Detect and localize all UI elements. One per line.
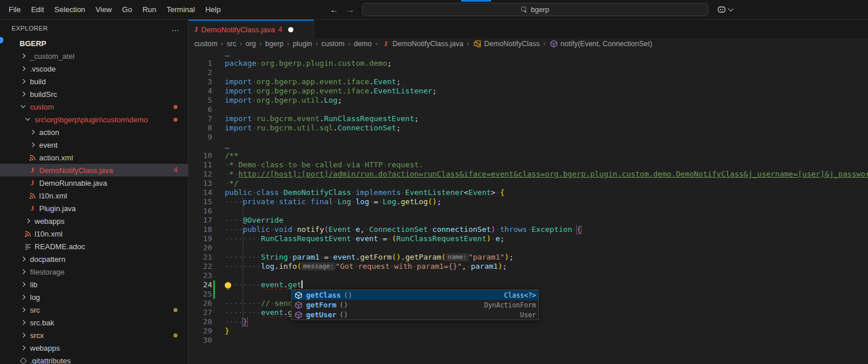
tree-item-docpattern[interactable]: docpattern (0, 253, 188, 265)
code-line[interactable]: 2 (188, 68, 868, 77)
tree-item-srcx[interactable]: srcx (0, 329, 188, 342)
more-actions-icon[interactable]: … (171, 24, 180, 33)
code-line[interactable]: … (188, 50, 868, 59)
back-arrow-icon[interactable]: ← (330, 0, 338, 20)
tree-item-label: .gitattributes (30, 357, 71, 364)
tree-item-log[interactable]: log (0, 291, 188, 303)
code-token: private (243, 197, 274, 206)
breadcrumb-demonotifyclass[interactable]: DemoNotifyClass (473, 39, 540, 48)
tree-item-demonotifyclass-java[interactable]: JDemoNotifyClass.java4 (0, 164, 188, 177)
code-line[interactable]: 15····private·static·final·Log·log·=·Log… (188, 197, 868, 207)
breadcrumb-bgerp[interactable]: bgerp (265, 40, 284, 48)
suggestion-getform[interactable]: getForm()DynActionForm (292, 300, 538, 310)
code-line[interactable]: 20 (188, 243, 868, 253)
code-line[interactable]: 9 (188, 133, 868, 142)
tab-demonotifyclass[interactable]: J DemoNotifyClass.java 4 (188, 20, 314, 38)
breadcrumb-label: demo (354, 40, 372, 48)
progress-strip (461, 0, 491, 2)
tree-item-src-org-bgerp-plugin-custom-demo[interactable]: src\org\bgerp\plugin\custom\demo (0, 113, 188, 126)
menu-selection[interactable]: Selection (49, 0, 90, 20)
tree-item-l10n-xml[interactable]: l10n.xml (0, 189, 188, 202)
line-number: 26 (188, 299, 212, 308)
code-line[interactable]: 1package·org.bgerp.plugin.custom.demo; (188, 59, 868, 68)
tree-item-demorunnable-java[interactable]: JDemoRunnable.java (0, 177, 188, 189)
tree-item-src[interactable]: src (0, 303, 188, 316)
breadcrumb-custom[interactable]: custom (194, 40, 217, 48)
code-token: ; (500, 234, 504, 243)
line-number: 18 (188, 225, 212, 234)
tree-item-webapps[interactable]: webapps (0, 342, 188, 354)
tree-item-webapps[interactable]: webapps (0, 215, 188, 227)
breadcrumb-src[interactable]: src (227, 40, 236, 48)
code-token: getForm (360, 253, 392, 261)
chevron-expanded-icon (23, 115, 32, 124)
code-line[interactable]: 17····@Override (188, 216, 868, 225)
tree-item-action-xml[interactable]: action.xml (0, 151, 188, 164)
code-line[interactable]: 8import·ru.bgcrm.util.sql.ConnectionSet; (188, 123, 868, 133)
code-line[interactable]: 22········log.info(message:"Got·request·… (188, 262, 868, 271)
code-line[interactable]: 30 (188, 336, 868, 345)
code-line[interactable]: 6 (188, 105, 868, 114)
tree-item-l10n-xml[interactable]: l10n.xml (0, 227, 188, 240)
tree-item-action[interactable]: action (0, 126, 188, 138)
code-line[interactable]: 23 (188, 271, 868, 280)
code-line[interactable]: 21········String·param1·=·event.getForm(… (188, 253, 868, 262)
menu-go[interactable]: Go (117, 0, 137, 20)
code-line[interactable]: 10/** (188, 151, 868, 160)
breadcrumb-custom[interactable]: custom (321, 40, 344, 48)
breadcrumb-plugin[interactable]: plugin (293, 40, 312, 48)
tree-item-buildsrc[interactable]: buildSrc (0, 88, 188, 100)
tree-item-event[interactable]: event (0, 138, 188, 151)
code-line[interactable]: 11·*·Demo·class·to·be·called·via·HTTP·re… (188, 160, 868, 170)
code-line[interactable]: 7import·ru.bgcrm.event.RunClassRequestEv… (188, 114, 868, 123)
tree-item-build[interactable]: build (0, 75, 188, 88)
tree-item-plugin-java[interactable]: JPlugin.java (0, 202, 188, 215)
code-line[interactable]: 13·*/ (188, 179, 868, 188)
code-line[interactable]: … (188, 142, 868, 151)
code-line[interactable]: 29} (188, 327, 868, 336)
tree-item-custom-atel[interactable]: _custom_atel (0, 50, 188, 62)
menu-run[interactable]: Run (137, 0, 161, 20)
unsaved-dot-icon[interactable] (288, 27, 293, 32)
code-line[interactable]: 24········event.get (188, 280, 868, 290)
forward-arrow-icon[interactable]: → (346, 0, 354, 20)
menu-help[interactable]: Help (200, 0, 226, 20)
code-line[interactable]: 16 (188, 207, 868, 216)
breadcrumb-demo[interactable]: demo (354, 40, 372, 48)
breadcrumb-org[interactable]: org (246, 40, 256, 48)
tree-item-gitattributes[interactable]: .gitattributes (0, 354, 188, 364)
tree-item-custom[interactable]: custom (0, 100, 188, 113)
code-token: · (252, 188, 256, 197)
code-token: public (243, 225, 270, 234)
code-token: Log (324, 96, 337, 104)
chevron-collapsed-icon (18, 51, 28, 61)
suggestion-getclass[interactable]: getClass()Class<?> (292, 290, 538, 300)
lightbulb-icon[interactable] (225, 282, 231, 288)
code-line[interactable]: 18····public·void·notify(Event·e,·Connec… (188, 225, 868, 234)
code-line[interactable]: 4import·org.bgerp.app.event.iface.EventL… (188, 87, 868, 96)
breadcrumb-demonotifyclass-java[interactable]: JDemoNotifyClass.java (381, 39, 463, 48)
tree-item-lib[interactable]: lib (0, 278, 188, 291)
tree-item-src-bak[interactable]: src.bak (0, 316, 188, 329)
command-center-search[interactable]: bgerp (362, 3, 708, 16)
menu-terminal[interactable]: Terminal (161, 0, 200, 20)
suggestion-parens: () (344, 291, 352, 299)
code-line[interactable]: 5import·org.bgerp.util.Log; (188, 96, 868, 105)
code-line[interactable]: 3import·org.bgerp.app.event.iface.Event; (188, 77, 868, 87)
code-line[interactable]: 12·*·http://[host]:[port]/admin/run.do?a… (188, 170, 868, 179)
code-line[interactable]: 19········RunClassRequestEvent·event·=·(… (188, 234, 868, 243)
tree-item-vscode[interactable]: .vscode (0, 62, 188, 75)
menu-file[interactable]: File (3, 0, 26, 20)
code-line[interactable]: 14public·class·DemoNotifyClass·implement… (188, 188, 868, 197)
breadcrumb-notify-event-connectionset[interactable]: notify(Event, ConnectionSet) (549, 39, 652, 48)
tree-item-filestorage[interactable]: filestorage (0, 265, 188, 278)
menu-view[interactable]: View (90, 0, 117, 20)
menu-edit[interactable]: Edit (26, 0, 49, 20)
tree-item-readme-adoc[interactable]: README.adoc (0, 240, 188, 253)
code-line-text (225, 68, 868, 77)
suggestion-getuser[interactable]: getUser()User (292, 310, 538, 320)
glyph-margin (212, 207, 225, 216)
suggestion-detail: DynActionForm (484, 301, 536, 309)
tree-root-bgerp[interactable]: BGERP (0, 37, 188, 50)
copilot-menu[interactable] (717, 5, 732, 14)
